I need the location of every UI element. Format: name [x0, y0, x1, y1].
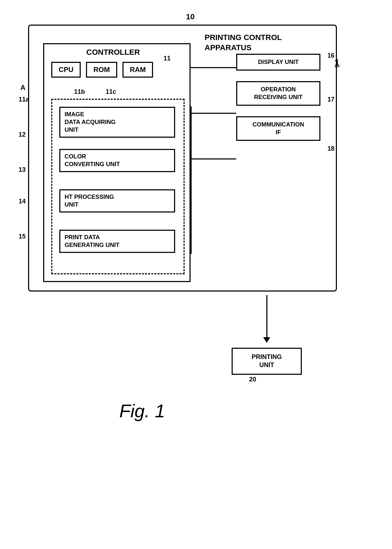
image-data-acquiring-unit-box: IMAGEDATA ACQUIRINGUNIT — [59, 107, 175, 138]
print-data-generating-unit-box: PRINT DATAGENERATING UNIT — [59, 230, 175, 253]
printing-control-apparatus-label: PRINTING CONTROL APPARATUS — [205, 33, 282, 53]
ref-11c: 11c — [106, 88, 116, 96]
ref-11a: 11a — [19, 96, 29, 103]
controller-box: CONTROLLER 11 CPU ROM RAM 11b 11c IMAGED… — [43, 43, 191, 282]
chip-row: CPU ROM RAM — [51, 62, 153, 78]
ht-processing-unit-box: HT PROCESSINGUNIT — [59, 189, 175, 213]
arrow-down-container — [263, 295, 270, 343]
operation-receiving-unit-box: OPERATIONRECEIVING UNIT — [236, 81, 320, 106]
ref-11: 11 — [164, 55, 171, 62]
ram-box: RAM — [122, 62, 153, 78]
color-converting-unit-box: COLORCONVERTING UNIT — [59, 149, 175, 172]
cpu-box: CPU — [51, 62, 81, 78]
communication-if-box: COMMUNICATIONIF — [236, 116, 320, 141]
controller-label: CONTROLLER — [86, 48, 140, 57]
h-line-display — [191, 67, 236, 68]
main-vertical-line — [191, 106, 192, 254]
h-line-operation — [191, 113, 236, 114]
ref-13: 13 — [19, 166, 26, 174]
ref-18: 18 — [327, 145, 334, 152]
ref-12: 12 — [19, 131, 26, 138]
display-unit-box: DISPLAY UNIT — [236, 54, 320, 71]
ref-16: 16 — [327, 52, 334, 59]
printing-unit-box: PRINTINGUNIT — [232, 348, 302, 375]
ref-17: 17 — [327, 96, 334, 103]
ref-14: 14 — [19, 198, 26, 205]
ref-15: 15 — [19, 233, 26, 240]
dashed-processing-box: IMAGEDATA ACQUIRINGUNIT COLORCONVERTING … — [51, 99, 185, 274]
arrow-line — [266, 295, 267, 337]
fig-1-label: Fig. 1 — [119, 400, 165, 421]
printing-control-apparatus-box: PRINTING CONTROL APPARATUS 1 CONTROLLER … — [28, 25, 337, 292]
ref-11b: 11b — [74, 88, 85, 96]
diagram-container: 10 PRINTING CONTROL APPARATUS 1 CONTROLL… — [21, 11, 365, 530]
ref-A: A — [20, 84, 25, 92]
rom-box: ROM — [86, 62, 117, 78]
arrow-head-down — [263, 337, 270, 343]
ref-1: 1 — [334, 57, 339, 68]
right-units-container: DISPLAY UNIT OPERATIONRECEIVING UNIT COM… — [236, 54, 320, 151]
ref-20: 20 — [249, 376, 256, 383]
h-line-comm — [191, 158, 236, 159]
ref-10: 10 — [186, 12, 194, 21]
